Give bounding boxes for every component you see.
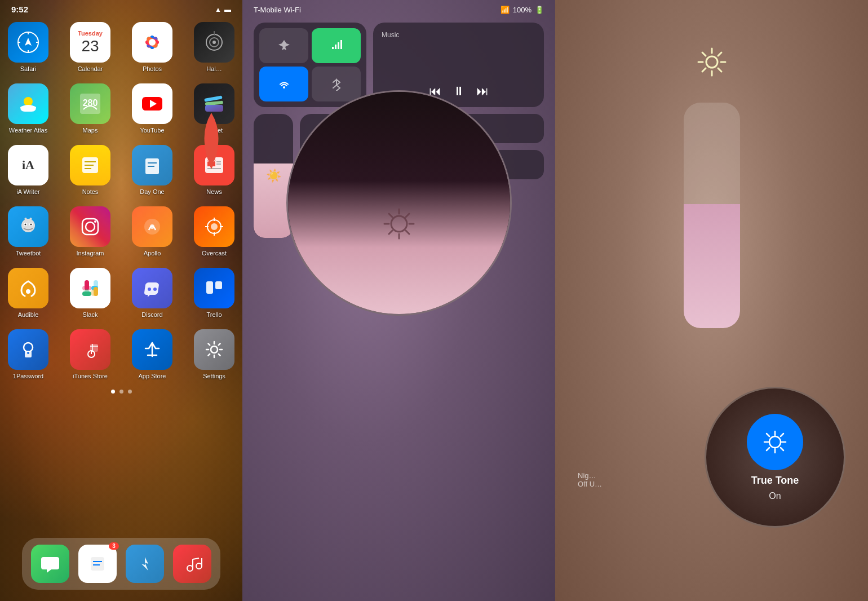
maps-label: Maps (83, 127, 98, 134)
tt-sun-icon (695, 45, 729, 86)
status-bar: 9:52 ▲ ▬ (0, 0, 242, 16)
reminders-badge: 3 (109, 542, 119, 550)
app-notes[interactable]: Notes (65, 145, 116, 195)
cc-airplane-btn[interactable] (259, 28, 308, 63)
svg-point-86 (283, 86, 285, 89)
app-day-one[interactable]: Day One (127, 145, 178, 195)
svg-line-111 (781, 448, 783, 450)
control-center-panel: T-Mobile Wi-Fi 📶 100% 🔋 (242, 0, 555, 601)
app-grid-row5: Audible Slack Discord (0, 262, 242, 324)
app-settings[interactable]: Settings (189, 329, 240, 379)
true-tone-circle[interactable]: True Tone On (705, 387, 845, 528)
dock-reminders[interactable]: 3 (78, 545, 117, 583)
svg-point-46 (86, 222, 95, 231)
music-label: Music (382, 31, 535, 39)
app-instagram[interactable]: Instagram (65, 206, 116, 257)
svg-line-113 (781, 434, 783, 436)
dock-messages[interactable] (31, 545, 69, 583)
magnify-sun-svg (377, 201, 422, 246)
app-calendar[interactable]: Tuesday 23 Calendar (65, 22, 116, 72)
app-audible[interactable]: Audible (3, 268, 54, 318)
svg-point-69 (24, 343, 33, 352)
dock-spark[interactable] (126, 545, 164, 583)
cc-wifi-icon: 📶 (501, 6, 510, 14)
svg-line-110 (767, 434, 769, 436)
audible-icon-img (8, 268, 48, 308)
svg-point-87 (391, 216, 407, 232)
true-tone-label: True Tone (751, 475, 799, 487)
svg-rect-67 (206, 281, 213, 294)
cc-battery-icon: 🔋 (535, 6, 544, 14)
photos-label: Photos (143, 65, 162, 72)
cc-connectivity-grid (259, 28, 361, 101)
apollo-label: Apollo (144, 250, 161, 257)
svg-point-96 (706, 56, 718, 68)
red-arrow (200, 110, 223, 178)
app-maps[interactable]: 280 Maps (65, 83, 116, 134)
app-discord[interactable]: Discord (127, 268, 178, 318)
svg-marker-5 (25, 38, 32, 46)
cc-status-icons: 📶 100% 🔋 (501, 6, 544, 14)
svg-line-92 (389, 214, 392, 217)
svg-line-93 (406, 231, 409, 234)
discord-icon-img (132, 268, 172, 308)
app-1password[interactable]: 1Password (3, 329, 54, 379)
day-one-icon-img (132, 145, 172, 185)
app-tweetbot[interactable]: Tweetbot (3, 206, 54, 257)
reminders-dock-icon (78, 545, 117, 583)
svg-point-51 (211, 223, 218, 230)
app-grid-row4: Tweetbot Instagram Apollo Overcast (0, 201, 242, 262)
app-apollo[interactable]: Apollo (127, 206, 178, 257)
dock-music[interactable] (173, 545, 211, 583)
page-dot-3 (128, 390, 132, 394)
weather-atlas-label: Weather Atlas (9, 127, 47, 134)
page-dot-1 (111, 390, 115, 394)
app-grid-row6: 1Password iTunes Store App Store Setting… (0, 324, 242, 385)
svg-line-103 (702, 68, 706, 72)
page-dot-2 (119, 390, 123, 394)
calendar-label: Calendar (78, 65, 103, 72)
tt-brightness-slider[interactable] (684, 103, 740, 328)
1password-label: 1Password (13, 373, 43, 379)
settings-label: Settings (203, 373, 225, 379)
true-tone-blue-circle (747, 414, 803, 470)
app-ia-writer[interactable]: iA iA Writer (3, 145, 54, 195)
tt-content (555, 0, 868, 601)
calendar-icon-img: Tuesday 23 (70, 22, 110, 63)
calendar-day: 23 (81, 37, 99, 55)
app-slack[interactable]: Slack (65, 268, 116, 318)
notes-icon-img (70, 145, 110, 185)
itunes-label: iTunes Store (73, 373, 108, 379)
svg-point-41 (25, 224, 26, 226)
maps-icon-img: 280 (70, 83, 110, 124)
weather-atlas-icon-img (8, 83, 48, 124)
itunes-icon-img (70, 329, 110, 370)
spark-dock-icon (126, 545, 164, 583)
hallide-icon-img (194, 22, 234, 63)
appstore-icon-img (132, 329, 172, 370)
app-photos[interactable]: Photos (127, 22, 178, 72)
youtube-label: YouTube (140, 127, 164, 134)
app-overcast[interactable]: Overcast (189, 206, 240, 257)
svg-rect-64 (94, 287, 98, 296)
svg-line-102 (718, 68, 721, 72)
app-trello[interactable]: Trello (189, 268, 240, 318)
instagram-label: Instagram (77, 250, 104, 257)
app-app-store[interactable]: App Store (127, 329, 178, 379)
svg-point-49 (150, 224, 154, 229)
app-hallide[interactable]: Hal… (189, 22, 240, 72)
app-safari[interactable]: Safari (3, 22, 54, 72)
svg-point-47 (94, 220, 96, 223)
app-itunes-store[interactable]: iTunes Store (65, 329, 116, 379)
svg-rect-73 (90, 344, 98, 352)
app-youtube[interactable]: YouTube (127, 83, 178, 134)
location-icon: ▲ (215, 6, 222, 14)
photos-icon-img (132, 22, 172, 63)
app-weather-atlas[interactable]: Weather Atlas (3, 83, 54, 134)
svg-point-81 (187, 565, 193, 571)
safari-label: Safari (20, 65, 37, 72)
svg-point-19 (24, 97, 33, 106)
svg-line-112 (767, 448, 769, 450)
svg-line-95 (406, 214, 409, 217)
cc-cellular-btn[interactable] (312, 28, 361, 63)
